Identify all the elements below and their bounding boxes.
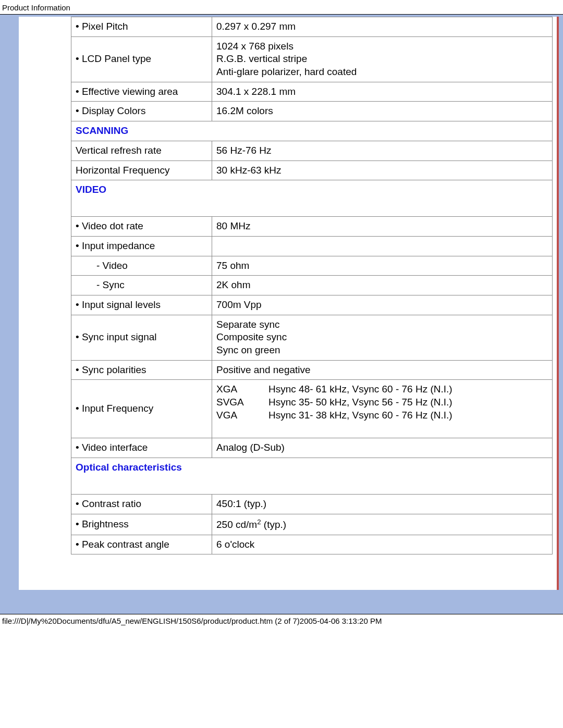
footer-path: file:///D|/My%20Documents/dfu/A5_new/ENG… [0,614,563,628]
spec-value: Positive and negative [212,360,553,380]
table-row: Brightness 250 cd/m2 (typ.) [71,514,553,535]
optical-heading: Optical characteristics [76,462,182,473]
spec-label: LCD Panel type [71,36,212,82]
spec-value: Separate sync Composite sync Sync on gre… [212,315,553,360]
spec-label: Pixel Pitch [71,17,212,37]
spec-value: XGAHsync 48- 61 kHz, Vsync 60 - 76 Hz (N… [212,380,553,438]
blue-margin: Pixel Pitch 0.297 x 0.297 mm LCD Panel t… [0,15,563,614]
table-row: Input impedance [71,236,553,256]
page-title: Product Information [0,0,563,14]
spec-value [212,236,553,256]
spec-label: Input Frequency [71,380,212,438]
spec-value: 304.1 x 228.1 mm [212,82,553,102]
table-row: Video interface Analog (D-Sub) [71,438,553,458]
spec-table: Pixel Pitch 0.297 x 0.297 mm LCD Panel t… [71,17,553,554]
spec-value: 250 cd/m2 (typ.) [212,514,553,535]
spec-value: 450:1 (typ.) [212,494,553,514]
spec-label: Brightness [71,514,212,535]
table-row: Sync polarities Positive and negative [71,360,553,380]
spec-label: Vertical refresh rate [71,141,212,161]
spec-value: 75 ohm [212,256,553,276]
video-heading: VIDEO [76,184,106,195]
table-row: Contrast ratio 450:1 (typ.) [71,494,553,514]
spec-label: Sync polarities [71,360,212,380]
spec-label: Input impedance [71,236,212,256]
table-row: - Sync 2K ohm [71,276,553,295]
spec-label: - Video [71,256,212,276]
table-row: Horizontal Frequency 30 kHz-63 kHz [71,161,553,180]
spec-value: 0.297 x 0.297 mm [212,17,553,37]
spec-label: Horizontal Frequency [71,161,212,180]
table-row: Sync input signal Separate sync Composit… [71,315,553,360]
spec-value: Analog (D-Sub) [212,438,553,458]
spec-value: 1024 x 768 pixels R.G.B. vertical stripe… [212,36,553,82]
spec-label: Peak contrast angle [71,535,212,554]
table-row: LCD Panel type 1024 x 768 pixels R.G.B. … [71,36,553,82]
spec-label: - Sync [71,276,212,295]
spec-value: 700m Vpp [212,295,553,315]
content-area: Pixel Pitch 0.297 x 0.297 mm LCD Panel t… [19,17,559,590]
table-row: Vertical refresh rate 56 Hz-76 Hz [71,141,553,161]
table-row: Effective viewing area 304.1 x 228.1 mm [71,82,553,102]
table-row: Input Frequency XGAHsync 48- 61 kHz, Vsy… [71,380,553,438]
section-row: SCANNING [71,121,553,141]
spec-label: Video interface [71,438,212,458]
spec-label: Display Colors [71,102,212,121]
table-row: Pixel Pitch 0.297 x 0.297 mm [71,17,553,37]
section-row: Optical characteristics [71,458,553,494]
spec-value: 56 Hz-76 Hz [212,141,553,161]
spec-value: 80 MHz [212,217,553,237]
spec-label: Input signal levels [71,295,212,315]
table-row: Video dot rate 80 MHz [71,217,553,237]
spec-value: 6 o'clock [212,535,553,554]
scanning-heading: SCANNING [76,125,128,136]
spec-label: Effective viewing area [71,82,212,102]
scrollbar-indicator [557,17,559,590]
section-row: VIDEO [71,180,553,217]
spec-label: Sync input signal [71,315,212,360]
table-row: - Video 75 ohm [71,256,553,276]
spec-value: 2K ohm [212,276,553,295]
content-frame: Pixel Pitch 0.297 x 0.297 mm LCD Panel t… [0,14,563,614]
spec-value: 16.2M colors [212,102,553,121]
table-row: Display Colors 16.2M colors [71,102,553,121]
spec-value: 30 kHz-63 kHz [212,161,553,180]
spec-label: Video dot rate [71,217,212,237]
spec-label: Contrast ratio [71,494,212,514]
table-row: Input signal levels 700m Vpp [71,295,553,315]
table-row: Peak contrast angle 6 o'clock [71,535,553,554]
